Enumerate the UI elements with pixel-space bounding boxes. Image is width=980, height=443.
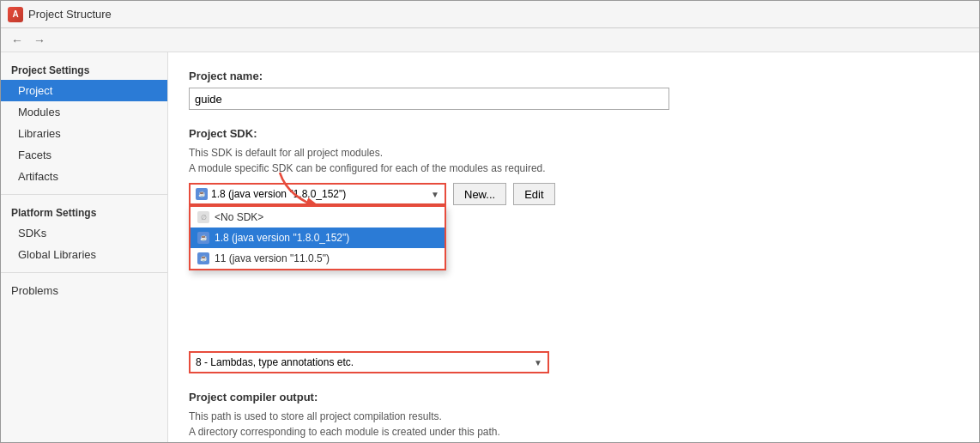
sdk-18-icon: ☕ — [197, 232, 209, 244]
compiler-desc-line2: A directory corresponding to each module… — [189, 426, 500, 438]
sidebar-item-problems[interactable]: Problems — [1, 280, 167, 301]
no-sdk-icon: ∅ — [197, 211, 209, 223]
sidebar-divider-2 — [1, 272, 167, 273]
sidebar-item-project-label: Project — [18, 84, 52, 97]
platform-settings-heading: Platform Settings — [1, 202, 167, 222]
sidebar-item-modules-label: Modules — [18, 106, 60, 118]
sidebar-item-facets[interactable]: Facets — [1, 144, 167, 166]
sdk-option-11[interactable]: ☕ 11 (java version "11.0.5") — [191, 248, 445, 269]
sdk-dropdown-outer: ☕ 1.8 (java version "1.8.0_152") ▼ ∅ <No… — [189, 183, 446, 205]
project-sdk-section: Project SDK: This SDK is default for all… — [189, 127, 959, 373]
compiler-desc-line1: This path is used to store all project c… — [189, 410, 442, 422]
project-name-section: Project name: — [189, 70, 959, 110]
sdk-desc-line2: A module specific SDK can be configured … — [189, 162, 546, 174]
sdk-option-no-sdk[interactable]: ∅ <No SDK> — [191, 207, 445, 228]
sidebar-item-artifacts[interactable]: Artifacts — [1, 166, 167, 187]
sdk-edit-button[interactable]: Edit — [513, 183, 554, 205]
sdk-option-18[interactable]: ☕ 1.8 (java version "1.8.0_152") — [191, 228, 445, 248]
sidebar-divider — [1, 194, 167, 195]
dropdown-chevron-icon: ▼ — [431, 190, 439, 199]
sdk-desc: This SDK is default for all project modu… — [189, 145, 959, 176]
sidebar: Project Settings Project Modules Librari… — [1, 52, 168, 442]
sidebar-item-sdks[interactable]: SDKs — [1, 222, 167, 244]
main-window: A Project Structure ← → Project Settings… — [0, 0, 980, 443]
sidebar-item-libraries[interactable]: Libraries — [1, 123, 167, 144]
sdk-row: ☕ 1.8 (java version "1.8.0_152") ▼ ∅ <No… — [189, 183, 959, 205]
sdk-option-18-label: 1.8 (java version "1.8.0_152") — [215, 232, 349, 244]
sdk-desc-line1: This SDK is default for all project modu… — [189, 147, 383, 159]
sidebar-item-sdks-label: SDKs — [18, 227, 46, 240]
project-name-label: Project name: — [189, 70, 959, 82]
sdk-selected-value: ☕ 1.8 (java version "1.8.0_152") — [196, 188, 431, 200]
titlebar: A Project Structure — [1, 1, 979, 28]
sdk-new-button[interactable]: New... — [453, 183, 506, 205]
sdk-selected-text: 1.8 (java version "1.8.0_152") — [211, 188, 346, 200]
sdk-option-11-label: 11 (java version "11.0.5") — [215, 252, 330, 264]
back-button[interactable]: ← — [8, 32, 27, 49]
sdk-dropdown-trigger[interactable]: ☕ 1.8 (java version "1.8.0_152") ▼ — [189, 183, 446, 205]
project-sdk-label: Project SDK: — [189, 127, 959, 140]
main-panel: Project name: Project SDK: This SDK is d… — [168, 52, 979, 442]
sidebar-item-global-libraries[interactable]: Global Libraries — [1, 244, 167, 265]
sidebar-item-artifacts-label: Artifacts — [18, 170, 58, 183]
forward-button[interactable]: → — [30, 32, 49, 49]
sidebar-item-facets-label: Facets — [18, 149, 51, 161]
sidebar-item-modules[interactable]: Modules — [1, 101, 167, 123]
project-settings-heading: Project Settings — [1, 59, 167, 80]
sidebar-item-global-libraries-label: Global Libraries — [18, 248, 96, 261]
compiler-output-section: Project compiler output: This path is us… — [189, 391, 959, 442]
sdk-selected-icon: ☕ — [196, 188, 208, 200]
lang-dropdown-wrapper: 8 - Lambdas, type annotations etc. ▼ — [189, 351, 549, 373]
project-name-input[interactable] — [189, 88, 669, 110]
language-level-value: 8 - Lambdas, type annotations etc. — [196, 356, 534, 368]
compiler-desc: This path is used to store all project c… — [189, 409, 959, 442]
lang-dropdown-chevron-icon: ▼ — [534, 358, 542, 367]
sidebar-item-libraries-label: Libraries — [18, 127, 61, 140]
sdk-11-icon: ☕ — [197, 252, 209, 264]
language-level-dropdown[interactable]: 8 - Lambdas, type annotations etc. ▼ — [189, 351, 549, 373]
nav-bar: ← → — [1, 28, 979, 52]
language-level-section: 8 - Lambdas, type annotations etc. ▼ — [189, 351, 959, 373]
compiler-output-label: Project compiler output: — [189, 391, 959, 404]
window-title: Project Structure — [28, 8, 112, 21]
app-icon: A — [8, 7, 23, 22]
sidebar-item-problems-label: Problems — [11, 284, 58, 297]
sdk-dropdown-popup: ∅ <No SDK> ☕ 1.8 (java version "1.8.0_15… — [189, 205, 446, 270]
compiler-desc-line3: This directory contains two subdirectori… — [189, 441, 706, 442]
sdk-dropdown-wrapper: ☕ 1.8 (java version "1.8.0_152") ▼ ∅ <No… — [189, 183, 446, 205]
sidebar-item-project[interactable]: Project — [1, 80, 167, 101]
content-area: Project Settings Project Modules Librari… — [1, 52, 979, 442]
sdk-option-no-sdk-label: <No SDK> — [215, 211, 263, 223]
